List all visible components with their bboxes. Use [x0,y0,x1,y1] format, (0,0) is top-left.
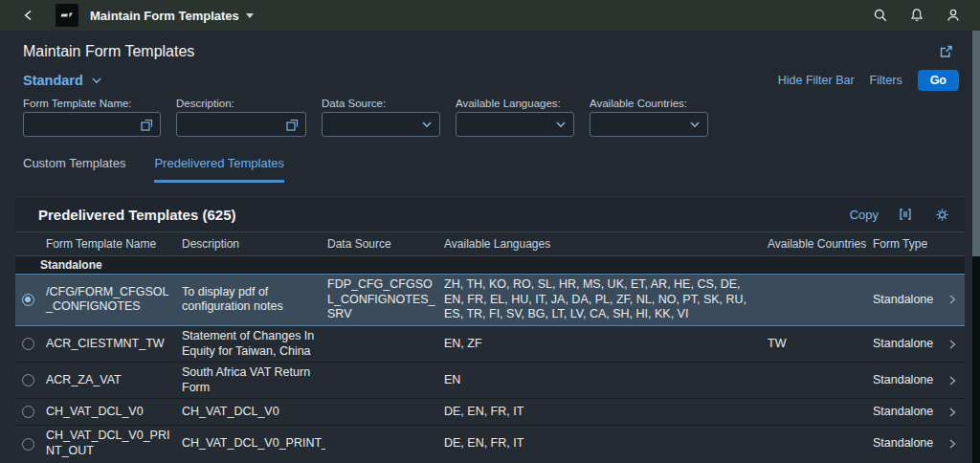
shell-bar: Maintain Form Templates [0,0,980,31]
value-help-icon[interactable] [286,119,299,131]
value-help-icon[interactable] [141,119,153,131]
cell-form-type: Standalone [871,290,944,311]
filter-bar-header: Standard Hide Filter Bar Filters Go [0,67,980,94]
row-radio-cell[interactable] [15,371,44,389]
filter-label: Available Countries: [590,98,708,109]
row-navigation-chevron-icon[interactable] [944,435,965,452]
form-template-name-input[interactable] [23,112,161,137]
cell-data-source: FDP_CFG_CFGSOL_CONFIGNOTES_SRV [325,275,442,325]
column-header-available-languages[interactable]: Available Languages [442,237,766,251]
column-header-form-type[interactable]: Form Type [871,237,944,251]
templates-table-card: Predelivered Templates (625) Copy [15,196,965,462]
title-caret-icon [246,13,254,18]
tab-custom-templates[interactable]: Custom Templates [23,156,125,183]
chevron-down-icon [421,119,433,130]
available-languages-select[interactable] [456,112,574,137]
filter-field-form-template-name: Form Template Name: [23,98,161,137]
icon-tab-bar: Custom Templates Predelivered Templates [0,148,980,183]
data-source-select[interactable] [322,112,440,137]
cell-available-languages: ZH, TH, KO, RO, SL, HR, MS, UK, ET, AR, … [442,275,766,325]
vertical-scrollbar[interactable] [972,31,980,463]
table-row[interactable]: /CFG/FORM_CFGSOL_CONFIGNOTES To display … [15,274,965,326]
filter-field-available-languages: Available Languages: [456,98,574,137]
filters-link[interactable]: Filters [870,74,902,87]
scrollbar-thumb[interactable] [972,31,980,256]
show-details-icon[interactable] [896,205,915,224]
cell-form-template-name: ACR_CIESTMNT_TW [44,334,180,355]
cell-available-countries [766,378,871,384]
page-title: Maintain Form Templates [23,43,194,60]
row-radio[interactable] [22,406,34,418]
available-countries-select[interactable] [590,112,708,137]
cell-description: South Africa VAT Return Form [180,363,325,398]
cell-available-languages: EN, ZF [442,334,766,355]
cell-data-source [325,378,442,384]
search-icon[interactable] [869,4,892,27]
shell-app-title-text: Maintain Form Templates [90,9,239,23]
cell-form-template-name: ACR_ZA_VAT [44,370,180,391]
cell-available-languages: DE, EN, FR, IT [442,433,766,454]
user-avatar-icon[interactable] [942,4,965,27]
column-header-form-template-name[interactable]: Form Template Name [44,237,180,251]
back-icon[interactable] [15,2,42,29]
notifications-bell-icon[interactable] [905,4,928,27]
cell-description: CH_VAT_DCL_V0_PRINT_OUT [180,433,325,454]
description-input[interactable] [176,112,306,137]
go-button[interactable]: Go [918,70,959,91]
cell-form-type: Standalone [871,433,944,454]
hide-filter-bar-link[interactable]: Hide Filter Bar [778,74,855,87]
variant-label: Standard [23,73,83,88]
table-header-row: Form Template Name Description Data Sour… [15,232,965,256]
cell-available-languages: DE, EN, FR, IT [442,402,766,423]
table-row[interactable]: ACR_ZA_VAT South Africa VAT Return Form … [15,363,965,399]
cell-description: Statement of Changes In Equity for Taiwa… [180,326,325,362]
row-navigation-chevron-icon[interactable] [944,336,965,353]
copy-button[interactable]: Copy [850,208,879,222]
column-header-available-countries[interactable]: Available Countries [766,237,871,251]
row-radio[interactable] [22,438,34,451]
chevron-down-icon [555,119,567,130]
variant-selector[interactable]: Standard [23,73,102,88]
row-radio-cell[interactable] [15,435,44,453]
table-rows: /CFG/FORM_CFGSOL_CONFIGNOTES To display … [15,274,965,462]
cell-form-type: Standalone [871,334,944,355]
row-radio[interactable] [22,294,34,306]
cell-form-template-name: /CFG/FORM_CFGSOL_CONFIGNOTES [44,282,180,318]
table-row[interactable]: ACR_CIESTMNT_TW Statement of Changes In … [15,326,965,363]
row-radio[interactable] [22,374,34,386]
cell-data-source [325,409,442,415]
group-header-standalone: Standalone [15,256,965,274]
row-radio[interactable] [22,338,34,350]
cell-data-source [325,342,442,347]
row-radio-cell[interactable] [15,335,44,353]
cell-form-type: Standalone [871,402,944,423]
page-header: Maintain Form Templates [0,31,980,67]
column-header-description[interactable]: Description [180,237,325,251]
chevron-down-icon [689,119,701,130]
settings-gear-icon[interactable] [932,205,951,224]
cell-available-countries [766,409,871,415]
filter-field-available-countries: Available Countries: [590,98,708,137]
table-row[interactable]: CH_VAT_DCL_V0 CH_VAT_DCL_V0 DE, EN, FR, … [15,399,965,426]
shell-app-title[interactable]: Maintain Form Templates [90,9,254,23]
row-navigation-chevron-icon[interactable] [944,372,965,389]
row-navigation-chevron-icon[interactable] [944,404,965,421]
filter-label: Form Template Name: [23,98,161,109]
cell-description: CH_VAT_DCL_V0 [180,402,325,423]
filter-fields: Form Template Name: Description: Data So… [0,94,980,148]
chevron-down-icon [91,75,102,86]
cell-available-countries: TW [766,334,871,355]
column-header-data-source[interactable]: Data Source [325,237,442,251]
cell-available-countries [766,297,871,302]
row-radio-cell[interactable] [15,291,44,309]
row-radio-cell[interactable] [15,403,44,421]
filter-label: Data Source: [322,98,440,109]
filter-field-description: Description: [176,98,306,137]
table-row[interactable]: CH_VAT_DCL_V0_PRINT_OUT CH_VAT_DCL_V0_PR… [15,426,965,462]
table-toolbar: Predelivered Templates (625) Copy [15,197,965,232]
row-navigation-chevron-icon[interactable] [944,291,965,308]
tab-predelivered-templates[interactable]: Predelivered Templates [154,156,284,183]
app-logo [56,4,78,27]
share-icon[interactable] [934,39,959,64]
cell-available-languages: EN [442,370,766,391]
